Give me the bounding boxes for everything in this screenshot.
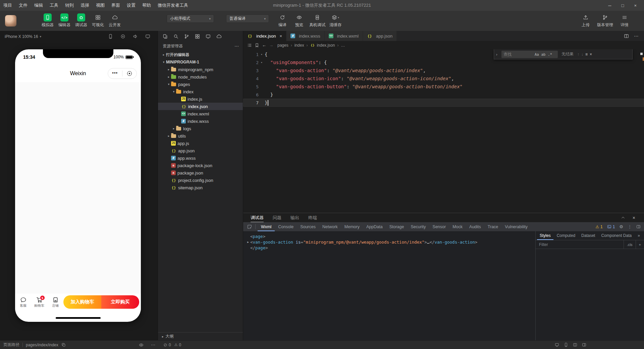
tree-item-package-lock.json[interactable]: npackage-lock.json <box>158 162 243 169</box>
devtools-tab-Memory[interactable]: Memory <box>341 222 363 231</box>
tree-folder-logs[interactable]: ▸logs <box>158 125 243 132</box>
tab-close-icon[interactable]: × <box>280 34 282 39</box>
tree-folder-miniprogram_npm[interactable]: ▸miniprogram_npm <box>158 66 243 73</box>
tree-folder-utils[interactable]: ▸utils <box>158 132 243 140</box>
toolbar-button-blocks[interactable]: 可视化 <box>90 13 106 27</box>
devtools-tab-Console[interactable]: Console <box>275 222 297 231</box>
panel-tab-输出[interactable]: 输出 <box>290 213 299 222</box>
editor-tab-index.wxss[interactable]: #index.wxss <box>286 31 325 41</box>
tree-item-project.config.json[interactable]: {}project.config.json <box>158 177 243 184</box>
outline-section[interactable]: ▸ 大纲 <box>158 332 243 340</box>
console-counter[interactable]: 1 <box>607 225 615 229</box>
devtools-tab-Trace[interactable]: Trace <box>484 222 502 231</box>
simulator-monitor-button[interactable] <box>145 34 150 39</box>
wxml-node-1[interactable]: <page> <box>246 234 535 239</box>
minimize-button[interactable]: ─ <box>608 3 611 8</box>
activity-blocks-button[interactable] <box>195 34 200 39</box>
simulator-phone-button[interactable] <box>108 34 113 39</box>
devtools-tab-AppData[interactable]: AppData <box>363 222 386 231</box>
tree-item-index.wxss[interactable]: #index.wxss <box>158 117 243 125</box>
tree-item-index.json[interactable]: {}index.json <box>158 103 243 110</box>
tree-item-package.json[interactable]: npackage.json <box>158 169 243 177</box>
toolbar-action-phonebug[interactable]: 真机调试 <box>308 13 327 27</box>
navigate-back-button[interactable]: ← <box>262 43 266 48</box>
devtools-tab-Network[interactable]: Network <box>319 222 341 231</box>
toolbar-right-upload[interactable]: 上传 <box>578 13 594 27</box>
menu-item-7[interactable]: 视图 <box>93 0 108 11</box>
devtools-tab-Vulnerability[interactable]: Vulnerability <box>501 222 531 231</box>
user-avatar[interactable] <box>5 15 16 27</box>
inspect-element-button[interactable] <box>247 225 252 229</box>
activity-files-button[interactable] <box>163 34 168 39</box>
cls-button[interactable]: .cls <box>624 240 636 249</box>
activity-search-button[interactable] <box>173 34 178 39</box>
bookmark-icon[interactable] <box>255 43 259 48</box>
menu-item-1[interactable]: 项目 <box>0 0 15 11</box>
activity-monitor-button[interactable] <box>206 34 211 39</box>
menu-item-2[interactable]: 文件 <box>15 0 31 11</box>
menu-item-5[interactable]: 转到 <box>62 0 77 11</box>
wxml-node-3[interactable]: </page> <box>246 245 535 251</box>
split-editor-button[interactable] <box>624 34 629 39</box>
tree-item-app.wxss[interactable]: #app.wxss <box>158 154 243 162</box>
devtools-tab-Security[interactable]: Security <box>407 222 429 231</box>
copy-path-button[interactable] <box>61 343 66 347</box>
wxml-elements-tree[interactable]: <page>▶<van-goods-action is="miniprogram… <box>243 231 535 340</box>
devtools-tab-Sensor[interactable]: Sensor <box>429 222 449 231</box>
visibility-toggle[interactable] <box>139 341 144 349</box>
editor-tab-index.json[interactable]: {}index.json× <box>243 31 286 41</box>
editor-tab-index.wxml[interactable]: <>index.wxml <box>325 31 363 41</box>
goods-icon-cart[interactable]: 5购物车 <box>31 297 47 307</box>
styles-tab-Dataset[interactable]: Dataset <box>579 231 598 240</box>
simulator-speaker-button[interactable] <box>133 34 138 39</box>
toolbar-action-refresh[interactable]: 编译 <box>274 13 290 27</box>
panel-tab-问题[interactable]: 问题 <box>273 213 281 222</box>
close-button[interactable]: × <box>634 3 637 8</box>
maximize-button[interactable]: □ <box>622 3 624 8</box>
tree-item-app.js[interactable]: JSapp.js <box>158 140 243 147</box>
toolbar-button-bug[interactable]: 调试器 <box>73 13 89 27</box>
styles-overflow-button[interactable]: » <box>638 233 643 238</box>
tree-folder-pages[interactable]: ▾pages <box>158 81 243 88</box>
compile-mode-select[interactable]: 普通编译 ▾ <box>226 14 269 23</box>
devtools-tab-Audits[interactable]: Audits <box>466 222 484 231</box>
whole-word-toggle[interactable]: ab <box>541 52 546 56</box>
buy-now-button[interactable]: 立即购买 <box>101 295 139 309</box>
devtools-tab-Storage[interactable]: Storage <box>386 222 408 231</box>
goods-icon-shop[interactable]: 店铺 <box>47 297 63 307</box>
devtools-tab-Wxml[interactable]: Wxml <box>258 222 275 231</box>
find-input[interactable] <box>503 52 532 57</box>
tree-item-index.wxml[interactable]: <>index.wxml <box>158 110 243 117</box>
tree-item-app.json[interactable]: {}app.json <box>158 147 243 154</box>
activity-cloud-button[interactable] <box>216 34 221 39</box>
navigate-forward-button[interactable]: → <box>269 43 273 48</box>
find-previous-button[interactable]: ↑ <box>577 52 579 57</box>
panel-close-button[interactable]: × <box>633 215 635 220</box>
menu-item-10[interactable]: 帮助 <box>139 0 154 11</box>
menu-item-6[interactable]: 选择 <box>77 0 93 11</box>
editor-more-button[interactable]: ⋯ <box>634 33 639 39</box>
devtools-settings-button[interactable]: ⚙ <box>619 224 623 229</box>
breadcrumb-item-index[interactable]: index <box>294 43 304 48</box>
toolbar-button-phone[interactable]: 模拟器 <box>40 13 56 27</box>
list-icon[interactable] <box>247 43 252 48</box>
tree-item-sitemap.json[interactable]: {}sitemap.json <box>158 184 243 191</box>
menu-item-11[interactable]: 微信开发者工具 <box>154 0 192 11</box>
statusbar-more-button[interactable]: ⋯ <box>151 341 155 349</box>
fold-icon[interactable]: ▾ <box>259 61 265 64</box>
toolbar-right-menu[interactable]: 详情 <box>616 13 633 27</box>
menu-item-3[interactable]: 编辑 <box>31 0 46 11</box>
tree-folder-index[interactable]: ▾index <box>158 88 243 95</box>
warnings-counter[interactable]: ⚠1 <box>595 225 602 229</box>
devtools-menu-button[interactable]: ⋮ <box>628 224 632 229</box>
code-editor[interactable]: › Aa ab .* 无结果 ↑ ↓ ≡ × 1▾{2▾ "usingCompo… <box>243 49 644 213</box>
mode-select[interactable]: 小程序模式 ▾ <box>167 14 214 23</box>
add-to-cart-button[interactable]: 加入购物车 <box>63 295 101 309</box>
styles-tab-Styles[interactable]: Styles <box>537 231 553 240</box>
find-in-selection-toggle[interactable]: ≡ <box>585 52 588 57</box>
toolbar-action-layers[interactable]: ▾清缓存 <box>327 13 343 27</box>
filter-input[interactable]: Filter <box>536 240 624 249</box>
breadcrumb-item-…[interactable]: … <box>341 43 345 48</box>
problems-indicator[interactable]: 0 ⚠ 0 <box>163 341 181 349</box>
add-style-button[interactable]: + <box>636 240 644 249</box>
